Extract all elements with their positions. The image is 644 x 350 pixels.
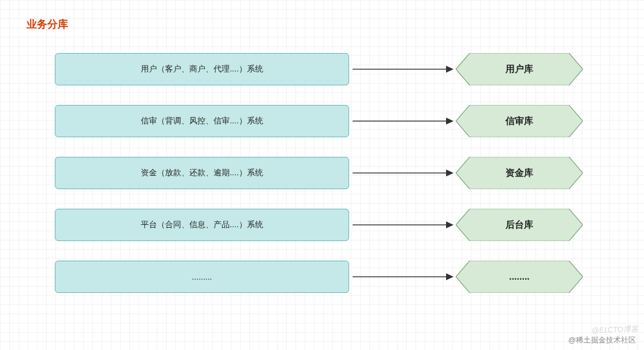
database-label: 用户库: [506, 63, 533, 76]
arrow-icon: [349, 105, 456, 137]
system-box: 平台（合同、信息、产品....）系统: [55, 209, 349, 241]
database-label: 信审库: [506, 115, 533, 127]
svg-marker-7: [446, 170, 454, 176]
watermark-primary: @稀土掘金技术社区: [568, 335, 636, 345]
database-hexagon: 后台库: [456, 209, 583, 241]
arrow-icon: [349, 209, 456, 241]
diagram-title: 业务分库: [27, 17, 68, 31]
diagram-row: 用户（客户、商户、代理....）系统 用户库: [55, 53, 586, 85]
system-box: 信审（背调、风控、信审....）系统: [55, 105, 349, 137]
system-box: 用户（客户、商户、代理....）系统: [55, 53, 349, 85]
arrow-icon: [349, 53, 456, 85]
diagram-row: 资金（放款、还款、逾期....）系统 资金库: [55, 157, 586, 189]
watermark-secondary: @51CTO博客: [591, 324, 638, 336]
svg-marker-13: [446, 273, 454, 280]
database-hexagon: ........: [456, 261, 583, 293]
arrow-icon: [349, 157, 456, 189]
database-hexagon: 信审库: [456, 105, 583, 137]
system-box: 资金（放款、还款、逾期....）系统: [55, 157, 349, 189]
diagram-rows: 用户（客户、商户、代理....）系统 用户库 信审（背调、风控、信审....）系…: [55, 53, 586, 313]
database-label: 后台库: [506, 219, 533, 231]
database-hexagon: 资金库: [456, 157, 583, 189]
system-box: .........: [55, 261, 349, 293]
database-label: ........: [509, 272, 530, 282]
database-hexagon: 用户库: [456, 53, 583, 85]
svg-marker-10: [446, 221, 454, 228]
diagram-row: 平台（合同、信息、产品....）系统 后台库: [55, 209, 586, 241]
svg-marker-1: [446, 66, 454, 73]
database-label: 资金库: [506, 167, 533, 179]
diagram-row: ......... ........: [55, 261, 586, 293]
svg-marker-4: [446, 118, 454, 125]
diagram-row: 信审（背调、风控、信审....）系统 信审库: [55, 105, 586, 137]
arrow-icon: [349, 261, 456, 293]
